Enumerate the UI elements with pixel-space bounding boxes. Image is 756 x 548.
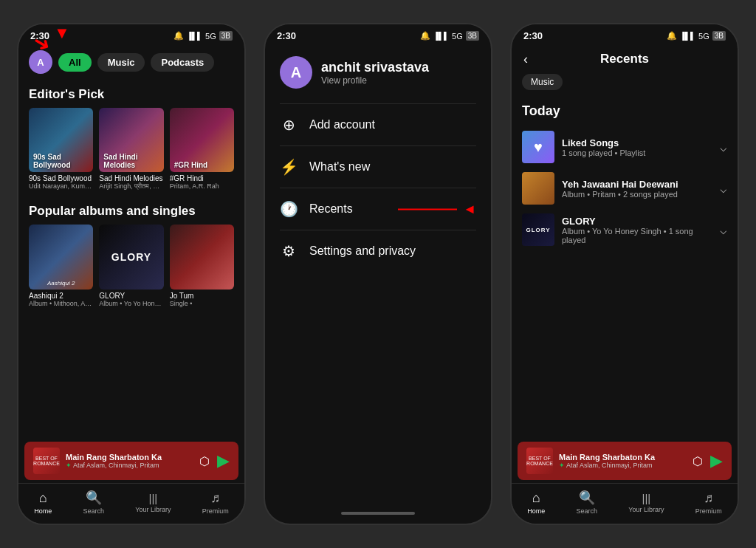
now-playing-sub-3: ✦ Ataf Aslam, Chinmayi, Pritam (559, 462, 687, 469)
now-playing-title-1: Main Rang Sharbaton Ka (66, 453, 193, 462)
header-area: A All Music Podcasts ➜ ▼ (18, 44, 244, 80)
nav-premium-label-1: Premium (202, 507, 229, 515)
nav-search-1[interactable]: 🔍 Search (83, 490, 104, 515)
album-glory[interactable]: GLORY GLORY Album • Yo Yo Honey Singh (99, 225, 163, 306)
nav-library-1[interactable]: ||| Your Library (135, 492, 171, 513)
status-icons-1: 🔔 ▐▌▌ 5G 3B (173, 31, 233, 41)
menu-add-account[interactable]: ⊕ Add account (265, 104, 491, 145)
recent-yejhwani[interactable]: Yeh Jawaani Hai Deewani Album • Pritam •… (522, 168, 727, 209)
nav-premium-1[interactable]: ♬ Premium (202, 490, 229, 515)
nav-home-label-1: Home (34, 507, 52, 515)
album-thumb-hindi: Sad Hindi Melodies (99, 108, 163, 172)
bottom-nav-3: ⌂ Home 🔍 Search ||| Your Library ♬ Premi… (512, 483, 738, 524)
filter-music[interactable]: Music (97, 53, 145, 72)
play-icon-1[interactable]: ▶ (217, 451, 230, 470)
jotum-sub: Single • (170, 300, 234, 307)
play-icon-3[interactable]: ▶ (710, 451, 723, 470)
recents-label: Recents (309, 202, 353, 216)
screen1-home: 2:30 🔔 ▐▌▌ 5G 3B A All Music Podcasts (17, 23, 246, 525)
whats-new-icon: ⚡ (280, 158, 298, 176)
now-playing-3[interactable]: BEST OF ROMANCE Main Rang Sharbaton Ka ✦… (518, 442, 732, 480)
liked-songs-chevron[interactable]: ⌵ (720, 140, 727, 154)
jotum-thumb (170, 225, 234, 289)
settings-container: ⚙ Settings and privacy (265, 230, 491, 272)
editors-pick-row: 90s Sad Bollywood 90s Sad Bollywood Udit… (18, 108, 244, 191)
now-playing-controls-1: ⬡ ▶ (199, 451, 230, 470)
filter-podcasts[interactable]: Podcasts (151, 53, 214, 72)
glory-recent-thumb: GLORY (522, 213, 554, 246)
recent-liked-songs[interactable]: ♥ Liked Songs 1 song played • Playlist ⌵ (522, 126, 727, 168)
glory-sub: Album • Yo Yo Honey Singh (99, 300, 163, 307)
bell-icon-2: 🔔 (420, 31, 430, 41)
nav-home-1[interactable]: ⌂ Home (34, 490, 52, 515)
profile-name: anchit srivastava (321, 60, 429, 75)
glory-recent-title: GLORY (562, 216, 712, 227)
add-account-icon: ⊕ (280, 116, 298, 134)
glory-info: GLORY Album • Yo Yo Honey Singh • 1 song… (562, 216, 712, 244)
aashiqui-sub: Album • Mithoon, Ankit Tiwari, Jeet Gann… (29, 300, 93, 307)
whats-new-label: What's new (309, 160, 370, 174)
editors-pick-title: Editor's Pick (18, 80, 244, 108)
add-account-container: ⊕ Add account (265, 104, 491, 145)
nav-library-3[interactable]: ||| Your Library (628, 492, 664, 513)
now-playing-info-1: Main Rang Sharbaton Ka ✦ Ataf Aslam, Chi… (66, 453, 193, 469)
library-nav-icon-3: ||| (642, 492, 651, 504)
home-nav-icon-3: ⌂ (532, 490, 540, 506)
bell-icon-3: 🔔 (667, 31, 677, 41)
aashiqui-thumb: Aashiqui 2 (29, 225, 93, 289)
yejhwani-chevron[interactable]: ⌵ (720, 182, 727, 196)
status-bar-2: 2:30 🔔 ▐▌▌ 5G 3B (265, 24, 491, 44)
nav-premium-3[interactable]: ♬ Premium (695, 490, 722, 515)
cast-icon-3[interactable]: ⬡ (693, 454, 703, 468)
album-sub-gr: Pritam, A.R. Rah (170, 182, 234, 190)
popular-title: Popular albums and singles (18, 196, 244, 225)
now-playing-thumb-3: BEST OF ROMANCE (526, 448, 553, 474)
album-label-bollywood: 90s Sad Bollywood (29, 174, 93, 182)
glory-chevron[interactable]: ⌵ (720, 223, 727, 237)
yejhwani-title: Yeh Jawaani Hai Deewani (562, 179, 712, 190)
nav-home-label-3: Home (527, 507, 545, 515)
status-icons-3: 🔔 ▐▌▌ 5G 3B (667, 31, 726, 41)
filter-all[interactable]: All (58, 53, 92, 72)
screen1-main: Editor's Pick 90s Sad Bollywood 90s Sad … (18, 80, 244, 439)
aashiqui-label: Aashiqui 2 (29, 292, 93, 300)
back-button[interactable]: ‹ (523, 52, 528, 67)
profile-avatar: A (280, 56, 312, 89)
now-playing-1[interactable]: BEST OF ROMANCE Main Rang Sharbaton Ka ✦… (24, 442, 238, 480)
premium-nav-icon-1: ♬ (210, 490, 221, 506)
nav-search-3[interactable]: 🔍 Search (576, 490, 597, 515)
liked-songs-thumb: ♥ (522, 131, 554, 163)
profile-link[interactable]: View profile (321, 75, 429, 86)
recents-header: ‹ Recents (512, 44, 738, 71)
popular-row: Aashiqui 2 Aashiqui 2 Album • Mithoon, A… (18, 225, 244, 306)
today-section: Today ♥ Liked Songs 1 song played • Play… (512, 97, 738, 253)
recents-container: 🕐 Recents ◄ (265, 188, 491, 230)
recents-icon: 🕐 (280, 200, 298, 218)
screen3-recents: 2:30 🔔 ▐▌▌ 5G 3B ‹ Recents Music Today (510, 23, 739, 525)
menu-whats-new[interactable]: ⚡ What's new (265, 146, 491, 188)
screen2-menu: 2:30 🔔 ▐▌▌ 5G 3B A anchit srivastava Vi (264, 23, 492, 525)
signal-icon-1: ▐▌▌ (187, 32, 202, 40)
album-card-gr[interactable]: #GR Hind #GR Hindi Pritam, A.R. Rah (170, 108, 234, 191)
screen2-main: A anchit srivastava View profile ⊕ Add a… (265, 44, 491, 506)
now-playing-info-3: Main Rang Sharbaton Ka ✦ Ataf Aslam, Chi… (559, 453, 687, 469)
album-jotum[interactable]: Jo Tum Single • (170, 225, 234, 306)
album-card-hindi[interactable]: Sad Hindi Melodies Sad Hindi Melodies Ar… (99, 108, 163, 191)
recent-glory[interactable]: GLORY GLORY Album • Yo Yo Honey Singh • … (522, 209, 727, 250)
nav-home-3[interactable]: ⌂ Home (527, 490, 545, 515)
today-label: Today (522, 103, 727, 119)
album-aashiqui[interactable]: Aashiqui 2 Aashiqui 2 Album • Mithoon, A… (29, 225, 93, 306)
cast-icon-1[interactable]: ⬡ (199, 454, 210, 468)
album-card-bollywood[interactable]: 90s Sad Bollywood 90s Sad Bollywood Udit… (29, 108, 93, 191)
menu-settings[interactable]: ⚙ Settings and privacy (265, 230, 491, 272)
music-badge[interactable]: Music (522, 74, 563, 90)
nav-library-label-3: Your Library (628, 506, 664, 513)
now-playing-thumb-1: BEST OF ROMANCE (33, 448, 60, 474)
nav-search-label-3: Search (576, 507, 597, 515)
yejhwani-info: Yeh Jawaani Hai Deewani Album • Pritam •… (562, 179, 712, 199)
profile-header[interactable]: A anchit srivastava View profile (265, 44, 491, 103)
home-bar-2 (341, 512, 415, 515)
home-header: A All Music Podcasts (18, 44, 244, 80)
status-bar-3: 2:30 🔔 ▐▌▌ 5G 3B (512, 24, 738, 44)
glory-thumb: GLORY (99, 225, 163, 289)
